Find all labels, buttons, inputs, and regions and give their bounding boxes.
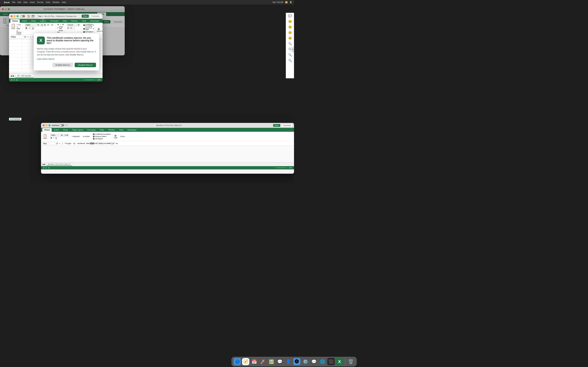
smiley-icon-2[interactable]: 😊: [288, 25, 292, 29]
bottom-page-view[interactable]: ⊟: [46, 167, 47, 169]
fmt-table-btn-bottom[interactable]: ▦ Format as Table ▾: [93, 135, 111, 137]
font-select-bottom[interactable]: Calibri: [50, 134, 63, 136]
bottom-tab-home[interactable]: Home: [42, 128, 52, 132]
page-layout-view-btn-katherine[interactable]: ⊟: [14, 79, 15, 81]
wrap-text-btn-katherine[interactable]: ↩ Wrap Text: [57, 26, 64, 29]
underline-btn-bottom[interactable]: U: [55, 137, 57, 139]
paste-btn-katherine[interactable]: 📋 Paste: [11, 24, 15, 29]
autosave-switch-bottom[interactable]: [60, 124, 64, 126]
comments-btn-main[interactable]: Comments: [112, 20, 124, 24]
currency-btn-katherine[interactable]: $: [67, 27, 69, 29]
underline-btn-katherine[interactable]: U: [32, 27, 35, 30]
confirm-edit-btn-katherine[interactable]: ✓: [27, 35, 29, 38]
sheet-next-bottom[interactable]: ▶: [44, 163, 46, 166]
share-btn-bottom[interactable]: Share: [273, 124, 280, 127]
number-bottom[interactable]: % Number: [83, 136, 90, 137]
zoom-in-btn-katherine[interactable]: +: [95, 79, 96, 81]
fontsize-select-bottom[interactable]: 11: [64, 134, 69, 136]
zoom-out-btn-katherine[interactable]: −: [83, 79, 84, 81]
cell-styles-btn-bottom[interactable]: ▦ Cell Styles ▾: [93, 138, 111, 140]
bottom-tab-data[interactable]: Data: [98, 128, 106, 132]
number-format-select-katherine[interactable]: General: [67, 24, 80, 26]
italic-btn-katherine[interactable]: I: [28, 27, 31, 30]
bottom-pagebreak-view[interactable]: ⊠: [48, 167, 50, 169]
cells-group-bottom[interactable]: ⊞Cells: [114, 134, 117, 139]
menu-insert[interactable]: Insert: [30, 1, 35, 3]
katherine-tab-insert[interactable]: Insert: [20, 19, 29, 23]
cell-styles-btn-katherine[interactable]: ▦ Cell Styles ▾: [83, 31, 94, 33]
percent-btn-katherine[interactable]: %: [70, 27, 73, 29]
comments-panel-icon[interactable]: 💬: [288, 14, 292, 18]
bottom-close[interactable]: [43, 124, 45, 126]
smiley-icon-4[interactable]: 😊: [288, 36, 292, 40]
format-as-table-btn-katherine[interactable]: ▦ Format as Table ▾: [83, 27, 94, 30]
align-top-btn-katherine[interactable]: ⬆: [57, 24, 59, 26]
sheet-prev-bottom[interactable]: ◀: [42, 163, 43, 166]
menu-window[interactable]: Window: [52, 1, 60, 3]
dialog-learn-link[interactable]: Learn about macros: [37, 58, 96, 60]
format-painter-btn-katherine[interactable]: 🖌 Format Painter: [16, 30, 22, 35]
katherine-tab-view[interactable]: View: [80, 19, 88, 23]
cancel-edit-btn-katherine[interactable]: ✗: [24, 35, 26, 38]
font-decrease-btn-katherine[interactable]: A↓: [51, 24, 54, 26]
font-family-select-katherine[interactable]: Calibri: [25, 24, 40, 26]
bottom-tab-developer[interactable]: Developer: [126, 128, 138, 132]
sheet-tab-next-katherine[interactable]: ▶: [13, 75, 15, 77]
menu-help[interactable]: Help: [62, 1, 66, 3]
katherine-tab-data[interactable]: Data: [61, 19, 69, 23]
align-bottom-btn-katherine[interactable]: ⬇: [62, 24, 64, 26]
zoom-slider-bottom[interactable]: [276, 167, 286, 168]
autosave-switch-katherine[interactable]: [20, 15, 25, 17]
bold-btn-bottom[interactable]: B: [50, 137, 52, 139]
font-increase-btn-katherine[interactable]: A↑: [47, 24, 50, 26]
sheet-tab-bp[interactable]: BP - MR Sandhill: [15, 74, 33, 77]
close-button[interactable]: [2, 8, 4, 10]
normal-view-btn-katherine[interactable]: ⊞: [11, 79, 12, 81]
zoom-in-btn-bottom[interactable]: +: [287, 167, 288, 169]
enable-macros-btn[interactable]: Enable Macros: [52, 63, 73, 67]
paste-btn-bottom[interactable]: 📋 Paste: [43, 134, 47, 139]
bottom-tab-draw[interactable]: Draw: [61, 128, 70, 132]
bold-btn-katherine[interactable]: B: [25, 27, 28, 30]
menu-view[interactable]: View: [23, 1, 27, 3]
katherine-tab-developer[interactable]: Developer: [88, 19, 101, 23]
paste-btn-main[interactable]: 📋 Paste: [2, 17, 7, 24]
confirm-edit-btn-bottom[interactable]: ✓: [59, 142, 61, 145]
insert-btn-katherine[interactable]: ⊞Insert: [97, 28, 101, 32]
cancel-edit-btn-bottom[interactable]: ✗: [56, 142, 58, 145]
maximize-button[interactable]: [8, 8, 10, 10]
katherine-minimize[interactable]: [14, 15, 16, 17]
bottom-normal-view[interactable]: ⊞: [43, 167, 44, 169]
menu-tools[interactable]: Tools: [46, 1, 50, 3]
sheet-tab-prev-katherine[interactable]: ◀: [10, 75, 12, 77]
magnifier-right-4[interactable]: 🔍: [288, 59, 292, 62]
minimize-button[interactable]: [5, 8, 7, 10]
italic-btn-bottom[interactable]: I: [53, 137, 54, 139]
conditional-formatting-btn-katherine[interactable]: ▦ Conditional Formatting ▾: [83, 24, 94, 27]
align-middle-btn-katherine[interactable]: ↔: [60, 24, 61, 26]
copy-btn-katherine[interactable]: 📋 Copy: [16, 26, 22, 30]
magnifier-right-1[interactable]: 🔍: [288, 42, 292, 46]
zoom-slider-katherine[interactable]: [85, 79, 94, 80]
page-break-view-btn-katherine[interactable]: ⊠: [16, 79, 17, 81]
bottom-name-box[interactable]: [42, 142, 55, 145]
smiley-icon-3[interactable]: 😊: [288, 31, 292, 34]
bottom-tab-view[interactable]: View: [117, 128, 125, 132]
katherine-maximize[interactable]: [17, 15, 18, 17]
cut-btn-katherine[interactable]: ✂ Cut: [16, 24, 22, 26]
magnifier-right-3[interactable]: 🔍: [288, 53, 292, 57]
katherine-tab-formulas[interactable]: Formulas: [48, 19, 60, 23]
bottom-tab-insert[interactable]: Insert: [52, 128, 61, 132]
katherine-tab-home[interactable]: Home: [10, 19, 20, 23]
share-btn-main[interactable]: Share: [102, 20, 110, 24]
bottom-formula-input[interactable]: [64, 142, 293, 144]
comments-btn-katherine[interactable]: Comments: [90, 15, 101, 18]
comma-btn-katherine[interactable]: ,: [73, 27, 75, 29]
autosave-toggle-katherine[interactable]: [20, 15, 26, 17]
delete-btn-katherine[interactable]: ⊟Delete: [101, 28, 103, 32]
smiley-icon-1[interactable]: 😊: [288, 20, 292, 23]
font-size-select-katherine[interactable]: 11: [40, 24, 46, 26]
alignment-bottom[interactable]: ≡ Alignment: [72, 136, 79, 137]
bottom-sheet-tab[interactable]: Benefits of Tech Drive Value Ch: [46, 163, 72, 166]
katherine-tab-review[interactable]: Review: [69, 19, 79, 23]
